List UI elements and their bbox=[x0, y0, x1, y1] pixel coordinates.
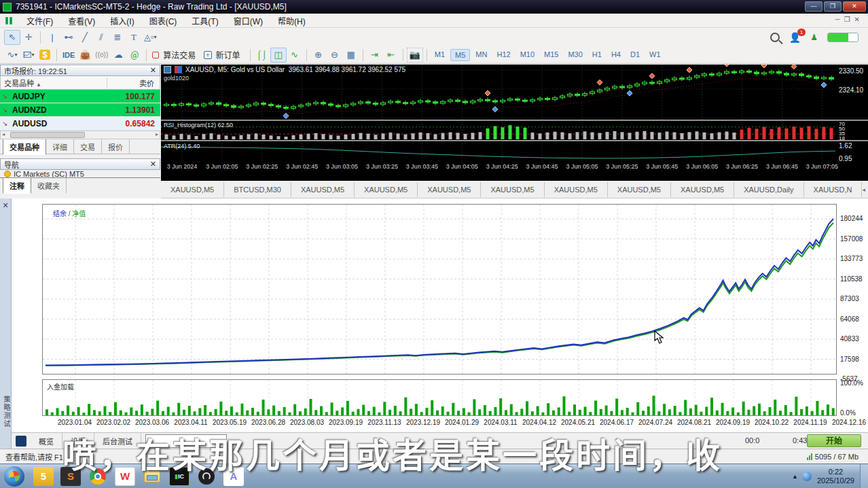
chart-profile-icon[interactable]: ∿▾ bbox=[4, 48, 20, 63]
zoom-out-icon[interactable]: ⊖ bbox=[327, 48, 343, 63]
taskbar-app5-icon[interactable]: 5 bbox=[33, 467, 54, 486]
tray-expand-icon[interactable]: ▲ bbox=[792, 473, 798, 480]
price-scale[interactable]: 2330.50 2324.10 70503518 1.62 0.95 bbox=[837, 65, 868, 181]
cursor-tool-button[interactable]: ⇖ bbox=[4, 30, 20, 45]
chart-tab[interactable]: XAUUSD,M5 bbox=[355, 182, 418, 197]
navigator-close-icon[interactable]: ✕ bbox=[150, 160, 156, 169]
chart-tab[interactable]: XAUUSD,M5 bbox=[481, 182, 544, 197]
menu-item[interactable]: 插入(I) bbox=[103, 13, 141, 29]
candles-chart-type-icon[interactable]: ◫ bbox=[270, 48, 287, 63]
equity-x-tick: 2024.12.16 bbox=[832, 419, 866, 426]
start-button[interactable] bbox=[4, 466, 24, 487]
chart-tab[interactable]: XAUUSD,M5 bbox=[608, 182, 671, 197]
menu-item[interactable]: 图表(C) bbox=[142, 13, 185, 29]
community-icon[interactable]: ＠ bbox=[126, 48, 143, 63]
auto-scroll-icon[interactable]: ⇥ bbox=[367, 48, 383, 63]
chart-tab[interactable]: XAUUSD,M5 bbox=[418, 182, 481, 197]
symbol-column-header[interactable]: 交易品种 ▲ bbox=[1, 77, 107, 88]
time-axis-label: 3 Jun 06:05 bbox=[686, 163, 718, 170]
chart-tab[interactable]: XAUUSD,M5 bbox=[291, 182, 355, 197]
deposit-icon[interactable]: $ bbox=[37, 48, 53, 63]
price-chart-window[interactable]: XAUUSD, M5: Gold vs US Dollar 3963.61 39… bbox=[161, 65, 868, 181]
vertical-line-tool-button[interactable]: | bbox=[44, 30, 60, 45]
chart-tab[interactable]: XAUUSD,M5 bbox=[545, 182, 608, 197]
connection-toggle[interactable] bbox=[827, 33, 858, 42]
crosshair-tool-button[interactable]: ✛ bbox=[20, 30, 37, 45]
chart-window-controls[interactable]: ─❐✕ bbox=[835, 16, 864, 23]
chart-tab[interactable]: XAUUSD,N bbox=[804, 182, 863, 197]
tile-windows-icon[interactable]: ▦ bbox=[343, 48, 359, 63]
timeframe-M10[interactable]: M10 bbox=[516, 49, 539, 61]
menu-item[interactable]: 工具(T) bbox=[184, 13, 225, 29]
volumes-icon[interactable] bbox=[175, 66, 182, 73]
timeframe-MN[interactable]: MN bbox=[471, 49, 491, 61]
ohlc-toggle-icon[interactable] bbox=[164, 66, 171, 73]
restore-button[interactable]: ❐ bbox=[824, 1, 842, 12]
search-icon[interactable] bbox=[770, 33, 780, 42]
deposit-load-chart[interactable]: 入金加载 bbox=[42, 379, 837, 416]
timeframe-M5[interactable]: M5 bbox=[450, 49, 470, 61]
chart-tab[interactable]: XAUUSD,M5 bbox=[671, 182, 734, 197]
timeframe-W1[interactable]: W1 bbox=[645, 49, 665, 61]
market-watch-tab[interactable]: 详细 bbox=[46, 139, 74, 154]
tester-tab[interactable]: 概览 bbox=[31, 433, 62, 449]
timeframe-H4[interactable]: H4 bbox=[607, 49, 625, 61]
trendline-tool-button[interactable]: ╱ bbox=[77, 30, 93, 45]
timeframe-H12[interactable]: H12 bbox=[492, 49, 514, 61]
timeframe-M30[interactable]: M30 bbox=[564, 49, 586, 61]
market-watch-close-icon[interactable]: ✕ bbox=[150, 66, 156, 75]
chart-tab[interactable]: XAUUSD,Daily bbox=[734, 182, 803, 197]
market-watch-tab[interactable]: 报价 bbox=[102, 139, 130, 154]
indicators-icon[interactable]: 🗠▾ bbox=[20, 48, 37, 63]
market-watch-row[interactable]: ↘AUDUSD0.65842 bbox=[0, 117, 160, 130]
start-backtest-button[interactable]: 开始 bbox=[807, 434, 861, 447]
market-watch-tab[interactable]: 交易 bbox=[74, 139, 102, 154]
equity-chart[interactable] bbox=[42, 204, 837, 374]
ide-button[interactable]: IDE bbox=[60, 48, 77, 63]
menu-item[interactable]: 查看(V) bbox=[60, 13, 103, 29]
market-watch-tab[interactable]: 交易品种 bbox=[3, 139, 46, 155]
market-bag-icon[interactable]: 👜 bbox=[77, 48, 93, 63]
tray-network-icon[interactable] bbox=[802, 472, 812, 481]
equity-x-tick: 2023.03.06 bbox=[135, 419, 169, 426]
chart-shift-icon[interactable]: ⇤ bbox=[383, 48, 399, 63]
new-order-button[interactable]: + 新订单 bbox=[202, 48, 246, 63]
traffic-usage: 5095 / 67 Mb bbox=[815, 453, 858, 461]
bid-column-header[interactable]: 卖价 bbox=[107, 77, 160, 88]
taskbar-clock[interactable]: 0:22 2025/10/29 bbox=[817, 468, 854, 485]
text-tool-button[interactable]: T bbox=[126, 30, 142, 45]
fibonacci-tool-button[interactable]: ≣ bbox=[109, 30, 126, 45]
horizontal-line-tool-button[interactable]: ⊷ bbox=[60, 30, 77, 45]
market-watch-scrollbar[interactable]: ◂ ▸ bbox=[0, 130, 160, 139]
tester-close-icon[interactable]: ✕ bbox=[0, 201, 11, 210]
tab-scroll-arrows[interactable]: ◂▸ bbox=[862, 186, 868, 193]
timeframe-H1[interactable]: H1 bbox=[588, 49, 606, 61]
timeframe-M1[interactable]: M1 bbox=[431, 49, 449, 61]
signals-icon[interactable]: ((o)) bbox=[93, 48, 110, 63]
chart-tab[interactable]: BTCUSD,M30 bbox=[224, 182, 291, 197]
minimize-button[interactable]: — bbox=[805, 1, 822, 12]
menu-item[interactable]: 文件(F) bbox=[19, 13, 60, 29]
algo-trading-button[interactable]: 算法交易 bbox=[150, 48, 202, 63]
navigator-tab[interactable]: 注释 bbox=[3, 177, 31, 194]
zoom-in-icon[interactable]: ⊕ bbox=[310, 48, 327, 63]
vps-cloud-icon[interactable]: ☁ bbox=[110, 48, 126, 63]
menu-item[interactable]: 帮助(H) bbox=[270, 13, 313, 29]
line-chart-type-icon[interactable]: ∿ bbox=[287, 48, 303, 63]
time-axis-label: 3 Jun 04:05 bbox=[446, 163, 478, 170]
bars-chart-type-icon[interactable]: ⌠⌡ bbox=[254, 48, 270, 63]
market-watch-row[interactable]: ↘AUDJPY100.177 bbox=[0, 90, 160, 103]
show-desktop-button[interactable] bbox=[860, 464, 868, 488]
chart-tab[interactable]: XAUUSD,M5 bbox=[161, 182, 224, 197]
notifications-icon[interactable]: 👤 1 bbox=[789, 32, 801, 43]
navigator-tab[interactable]: 收藏夹 bbox=[31, 178, 67, 193]
market-watch-row[interactable]: ↘AUDNZD1.13901 bbox=[0, 103, 160, 117]
menu-item[interactable]: 窗口(W) bbox=[226, 13, 270, 29]
close-button[interactable]: ✕ bbox=[843, 1, 866, 12]
timeframe-M15[interactable]: M15 bbox=[540, 49, 562, 61]
screenshot-camera-icon[interactable]: 📷 bbox=[407, 48, 423, 63]
rsi-scale-tick: 18 bbox=[839, 136, 845, 141]
shapes-tool-button[interactable]: ◬▫▾ bbox=[142, 30, 159, 45]
timeframe-D1[interactable]: D1 bbox=[626, 49, 644, 61]
channel-tool-button[interactable]: ⫽ bbox=[93, 30, 109, 45]
